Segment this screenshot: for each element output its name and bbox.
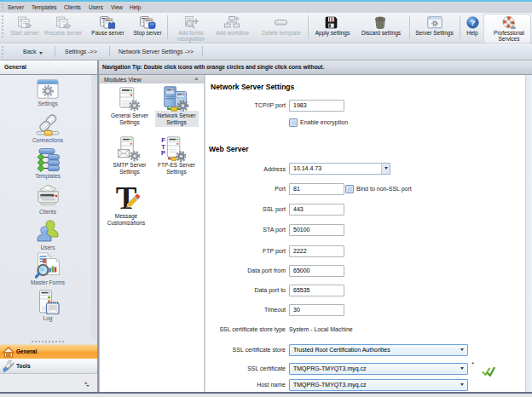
svg-text:P: P <box>161 149 165 157</box>
svg-text:?: ? <box>471 18 476 27</box>
